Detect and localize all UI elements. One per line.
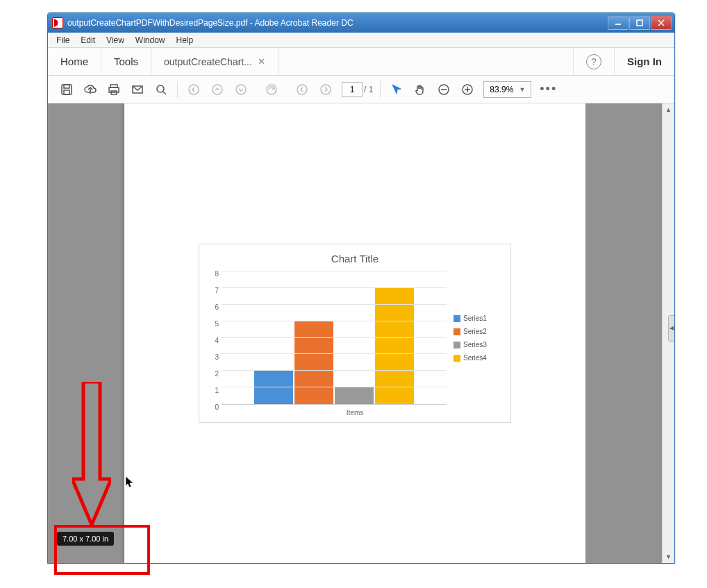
first-page-icon[interactable] — [182, 78, 206, 101]
legend-swatch — [454, 355, 460, 362]
tab-document-label: outputCreateChart... — [164, 56, 252, 67]
cursor-icon — [125, 476, 135, 491]
minimize-button[interactable] — [608, 16, 629, 30]
chart-legend: Series1Series2Series3Series4 — [454, 271, 501, 405]
search-icon[interactable] — [149, 78, 173, 101]
chart-bar — [254, 371, 293, 404]
page-margin-left — [48, 103, 124, 563]
more-tools-icon[interactable]: ••• — [531, 82, 565, 96]
legend-item: Series1 — [454, 314, 501, 322]
tab-home[interactable]: Home — [48, 48, 101, 75]
pdf-page[interactable]: Chart Title 012345678 Series1Series2Seri… — [124, 103, 585, 563]
tab-tools[interactable]: Tools — [101, 48, 151, 75]
menu-view[interactable]: View — [101, 34, 130, 47]
legend-swatch — [454, 315, 460, 322]
print-icon[interactable] — [102, 78, 126, 101]
cloud-icon[interactable] — [78, 78, 102, 101]
svg-point-19 — [321, 85, 331, 94]
window-title: outputCreateChartPDFWithDesiredPageSize.… — [67, 18, 608, 28]
next-view-icon[interactable] — [314, 78, 338, 101]
legend-label: Series2 — [463, 328, 487, 335]
menubar: File Edit View Window Help — [48, 33, 674, 48]
save-icon[interactable] — [55, 78, 78, 101]
document-area: ▶ Chart Title 012345678 Series1Series2Se… — [48, 103, 674, 563]
chart-bar — [294, 321, 333, 404]
page-size-tooltip: 7.00 x 7.00 in — [57, 532, 114, 546]
legend-label: Series1 — [463, 314, 487, 322]
zoom-value: 83.9% — [490, 85, 513, 94]
legend-item: Series3 — [454, 341, 501, 348]
svg-point-12 — [157, 85, 164, 92]
rotate-icon[interactable] — [260, 78, 283, 101]
svg-rect-6 — [64, 90, 69, 94]
svg-line-13 — [163, 92, 166, 94]
prev-view-icon[interactable] — [290, 78, 314, 101]
tabstrip: Home Tools outputCreateChart... ✕ ? Sign… — [48, 48, 674, 76]
page-number-input[interactable] — [342, 82, 363, 97]
help-icon: ? — [586, 54, 601, 69]
titlebar[interactable]: outputCreateChartPDFWithDesiredPageSize.… — [48, 13, 674, 33]
tools-pane-toggle-right[interactable]: ◀ — [668, 315, 674, 342]
email-icon[interactable] — [126, 78, 149, 101]
chart-grid — [222, 271, 447, 405]
legend-item: Series2 — [454, 328, 501, 335]
legend-label: Series3 — [463, 341, 487, 348]
menu-help[interactable]: Help — [171, 34, 199, 47]
toolbar: / 1 83.9% ▼ ••• — [48, 76, 674, 103]
help-button[interactable]: ? — [573, 48, 614, 75]
zoom-select[interactable]: 83.9% ▼ — [483, 81, 531, 98]
app-window: outputCreateChartPDFWithDesiredPageSize.… — [47, 12, 675, 564]
scroll-down-icon[interactable]: ▼ — [663, 551, 674, 563]
menu-edit[interactable]: Edit — [75, 34, 101, 47]
hand-tool-icon[interactable] — [408, 78, 432, 101]
svg-point-16 — [236, 85, 246, 94]
legend-swatch — [454, 342, 460, 348]
legend-swatch — [454, 328, 460, 335]
next-page-down-icon[interactable] — [229, 78, 253, 101]
chart-bar — [335, 387, 374, 404]
svg-point-18 — [297, 85, 307, 94]
page-total-label: / 1 — [364, 85, 373, 94]
close-button[interactable] — [651, 16, 672, 30]
chart-bars — [222, 271, 447, 404]
menu-window[interactable]: Window — [130, 34, 171, 47]
svg-point-17 — [267, 85, 276, 94]
svg-rect-4 — [62, 85, 72, 94]
tab-document[interactable]: outputCreateChart... ✕ — [151, 48, 278, 75]
zoom-in-icon[interactable] — [456, 78, 479, 101]
chart-x-label: Items — [209, 409, 501, 417]
svg-point-14 — [189, 85, 199, 94]
zoom-out-icon[interactable] — [432, 78, 456, 101]
maximize-button[interactable] — [629, 16, 650, 30]
prev-page-up-icon[interactable] — [206, 78, 229, 101]
legend-item: Series4 — [454, 354, 501, 362]
chevron-down-icon: ▼ — [519, 86, 525, 93]
menu-file[interactable]: File — [51, 34, 75, 47]
svg-rect-5 — [64, 85, 69, 88]
sign-in-button[interactable]: Sign In — [614, 48, 674, 75]
svg-point-15 — [213, 85, 222, 94]
chart-container: Chart Title 012345678 Series1Series2Seri… — [199, 244, 511, 423]
selection-tool-icon[interactable] — [385, 78, 408, 101]
app-icon — [52, 17, 63, 28]
svg-rect-1 — [637, 20, 642, 26]
chart-title: Chart Title — [209, 253, 501, 264]
svg-rect-9 — [109, 87, 119, 92]
chart-y-axis: 012345678 — [209, 271, 219, 405]
scroll-up-icon[interactable]: ▲ — [663, 103, 674, 116]
legend-label: Series4 — [463, 354, 487, 362]
tab-close-icon[interactable]: ✕ — [258, 56, 265, 67]
page-margin-right — [585, 103, 662, 563]
